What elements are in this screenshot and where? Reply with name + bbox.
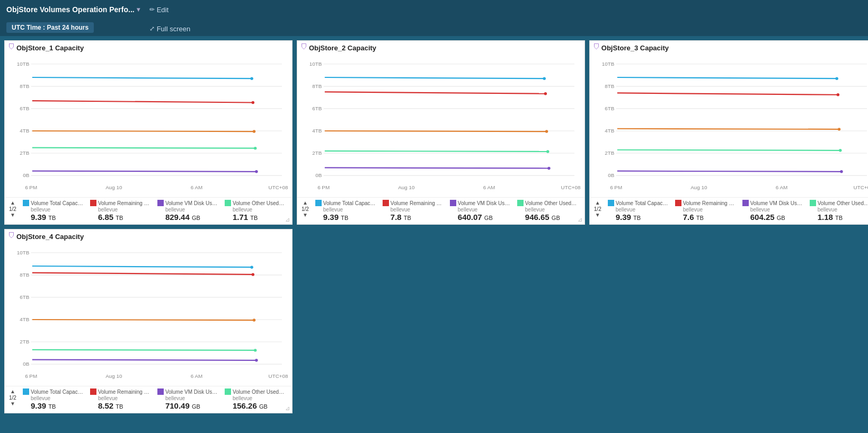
metric-group-2: Volume VM Disk Used ... bellevue829.44 G… — [155, 200, 220, 222]
page-indicator: ▲ 1/2 ▼ — [9, 388, 16, 407]
time-range-badge[interactable]: UTC Time : Past 24 hours — [6, 22, 94, 33]
panel-resize-handle[interactable]: ⊿ — [578, 216, 582, 223]
metric-label-row: Volume VM Disk Used ... — [742, 200, 803, 206]
metric-sub-label: bellevue — [683, 207, 736, 213]
metric-label-row: Volume Other Used Ca... — [517, 200, 578, 206]
metric-unit: TB — [48, 403, 56, 410]
svg-point-17 — [250, 77, 253, 79]
page-down-btn[interactable]: ▼ — [303, 212, 308, 218]
metric-label-text: Volume Total Capacit... — [323, 200, 376, 206]
metric-color-swatch — [23, 388, 29, 395]
page-indicator: ▲ 1/2 ▼ — [9, 200, 16, 218]
svg-line-20 — [32, 131, 254, 131]
metric-group-1: Volume Remaining Cap... bellevue6.85 TB — [88, 200, 153, 222]
metric-label-row: Volume Remaining Cap... — [675, 200, 736, 206]
svg-text:10TB: 10TB — [602, 61, 615, 67]
metric-unit: TB — [341, 215, 348, 221]
page-num: 1/2 — [9, 206, 16, 212]
svg-text:4TB: 4TB — [605, 128, 615, 134]
chart-area-panel1: 10TB8TB6TB4TB2TB0B6 PMAug 106 AMUTC+08:0… — [5, 54, 292, 197]
metric-color-swatch — [517, 200, 524, 206]
svg-text:4TB: 4TB — [312, 128, 322, 134]
metric-label-text: Volume Total Capacit... — [31, 389, 84, 395]
fullscreen-btn-icon: ⤢ — [149, 25, 155, 32]
metric-label-text: Volume Other Used Ca... — [233, 389, 286, 395]
metric-group-3: Volume Other Used Ca... bellevue156.26 G… — [223, 388, 288, 411]
svg-point-71 — [836, 93, 839, 96]
svg-text:0B: 0B — [23, 172, 29, 178]
edit-btn[interactable]: ✏Edit — [144, 0, 174, 19]
svg-point-75 — [839, 149, 842, 152]
chart-svg: 10TB8TB6TB4TB2TB0B6 PMAug 106 AMUTC+08:0… — [9, 245, 288, 385]
svg-text:4TB: 4TB — [20, 128, 30, 134]
filter-icon[interactable]: ⛉ — [593, 43, 600, 51]
metric-sub-label: bellevue — [818, 207, 868, 213]
svg-text:Aug 10: Aug 10 — [690, 184, 707, 190]
svg-text:Aug 10: Aug 10 — [398, 184, 415, 190]
svg-point-47 — [545, 130, 548, 132]
metric-unit: TB — [633, 215, 641, 221]
page-down-btn[interactable]: ▼ — [10, 401, 15, 407]
svg-point-49 — [546, 150, 549, 153]
metric-value: 156.26 GB — [233, 401, 286, 411]
metric-color-swatch — [450, 200, 456, 206]
page-down-btn[interactable]: ▼ — [595, 212, 600, 218]
filter-icon[interactable]: ⛉ — [8, 43, 15, 51]
page-up-btn[interactable]: ▲ — [10, 388, 15, 395]
metric-label-row: Volume Other Used Ca... — [225, 388, 286, 395]
metric-unit: TB — [116, 403, 123, 410]
svg-text:Aug 10: Aug 10 — [105, 184, 122, 190]
metric-label-row: Volume VM Disk Used ... — [157, 200, 218, 206]
metric-value: 7.6 TB — [683, 213, 736, 222]
svg-line-94 — [32, 266, 252, 267]
page-down-btn[interactable]: ▼ — [10, 212, 15, 218]
fullscreen-btn[interactable]: ⤢Full screen — [144, 19, 196, 38]
metric-unit: GB — [484, 215, 493, 221]
page-up-btn[interactable]: ▲ — [10, 200, 15, 206]
svg-line-72 — [617, 129, 839, 129]
panel-footer-panel3: ▲ 1/2 ▼ Volume Total Capacit... bellevue… — [590, 197, 868, 224]
svg-point-99 — [253, 319, 255, 321]
svg-text:Aug 10: Aug 10 — [105, 373, 122, 379]
metric-value: 710.49 GB — [165, 401, 218, 411]
svg-text:2TB: 2TB — [312, 150, 322, 156]
page-up-btn[interactable]: ▲ — [595, 200, 600, 206]
page-indicator: ▲ 1/2 ▼ — [594, 200, 601, 218]
metric-label-text: Volume VM Disk Used ... — [750, 200, 803, 206]
metric-label-text: Volume Other Used Ca... — [818, 200, 868, 206]
filter-icon[interactable]: ⛉ — [8, 232, 15, 240]
svg-line-68 — [617, 77, 837, 78]
metric-unit: GB — [259, 403, 268, 410]
metric-color-swatch — [90, 200, 96, 206]
metric-group-1: Volume Remaining Cap... bellevue7.6 TB — [673, 200, 738, 222]
page-up-btn[interactable]: ▲ — [303, 200, 308, 206]
metric-unit: TB — [48, 215, 56, 221]
metric-label-row: Volume VM Disk Used ... — [450, 200, 511, 206]
svg-line-22 — [32, 148, 255, 148]
metric-color-swatch — [383, 200, 389, 206]
svg-text:6 PM: 6 PM — [25, 184, 37, 190]
panel-resize-handle[interactable]: ⊿ — [285, 405, 290, 412]
metric-label-row: Volume Other Used Ca... — [810, 200, 868, 206]
metric-color-swatch — [608, 200, 614, 206]
metric-label-text: Volume VM Disk Used ... — [458, 200, 511, 206]
svg-text:2TB: 2TB — [605, 150, 615, 156]
svg-point-77 — [840, 170, 843, 173]
metric-group-2: Volume VM Disk Used ... bellevue710.49 G… — [155, 388, 220, 411]
title-text: ObjStore Volumes Operation Perfo... — [6, 5, 135, 14]
chart-svg: 10TB8TB6TB4TB2TB0B6 PMAug 106 AMUTC+08:0… — [9, 56, 288, 196]
filter-icon[interactable]: ⛉ — [300, 43, 307, 51]
chart-area-panel4: 10TB8TB6TB4TB2TB0B6 PMAug 106 AMUTC+08:0… — [5, 243, 292, 386]
metric-color-swatch — [810, 200, 816, 206]
svg-line-98 — [32, 320, 254, 320]
metric-label-text: Volume Other Used Ca... — [233, 200, 286, 206]
metric-sub-label: bellevue — [458, 207, 511, 213]
metric-group-3: Volume Other Used Ca... bellevue1.18 TB — [808, 200, 868, 222]
svg-text:UTC+08:00: UTC+08:00 — [269, 184, 288, 190]
metric-unit: TB — [116, 215, 123, 221]
svg-text:6 AM: 6 AM — [191, 373, 202, 379]
panel-resize-handle[interactable]: ⊿ — [285, 216, 290, 223]
title-chevron-icon[interactable]: ▾ — [137, 6, 140, 13]
metric-label-row: Volume Remaining Cap... — [90, 200, 151, 206]
svg-line-74 — [617, 150, 840, 151]
